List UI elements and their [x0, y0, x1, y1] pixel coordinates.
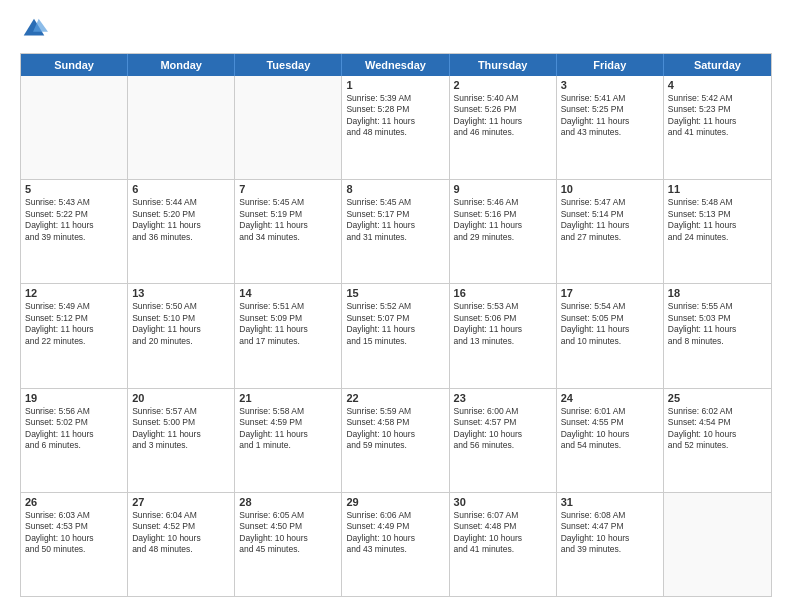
cell-line: and 8 minutes.: [668, 336, 767, 347]
cell-line: Daylight: 11 hours: [25, 324, 123, 335]
calendar-row: 26Sunrise: 6:03 AMSunset: 4:53 PMDayligh…: [21, 493, 771, 596]
day-number: 25: [668, 392, 767, 404]
cell-line: Sunrise: 5:41 AM: [561, 93, 659, 104]
calendar-cell: 18Sunrise: 5:55 AMSunset: 5:03 PMDayligh…: [664, 284, 771, 387]
calendar-row: 12Sunrise: 5:49 AMSunset: 5:12 PMDayligh…: [21, 284, 771, 388]
cell-line: Daylight: 10 hours: [561, 429, 659, 440]
cell-line: and 43 minutes.: [561, 127, 659, 138]
day-number: 1: [346, 79, 444, 91]
calendar-cell: 25Sunrise: 6:02 AMSunset: 4:54 PMDayligh…: [664, 389, 771, 492]
calendar-cell: 23Sunrise: 6:00 AMSunset: 4:57 PMDayligh…: [450, 389, 557, 492]
calendar-cell: 2Sunrise: 5:40 AMSunset: 5:26 PMDaylight…: [450, 76, 557, 179]
calendar-cell: 3Sunrise: 5:41 AMSunset: 5:25 PMDaylight…: [557, 76, 664, 179]
cell-line: Daylight: 11 hours: [346, 116, 444, 127]
day-number: 17: [561, 287, 659, 299]
cell-line: Sunset: 4:48 PM: [454, 521, 552, 532]
day-number: 24: [561, 392, 659, 404]
cell-line: and 52 minutes.: [668, 440, 767, 451]
cell-line: Sunrise: 6:03 AM: [25, 510, 123, 521]
cell-line: Sunrise: 5:55 AM: [668, 301, 767, 312]
cell-line: Sunrise: 6:04 AM: [132, 510, 230, 521]
logo: [20, 15, 52, 43]
cell-line: and 39 minutes.: [561, 544, 659, 555]
page: SundayMondayTuesdayWednesdayThursdayFrid…: [0, 0, 792, 612]
day-number: 3: [561, 79, 659, 91]
cell-line: Sunset: 5:14 PM: [561, 209, 659, 220]
cell-line: and 1 minute.: [239, 440, 337, 451]
cell-line: Sunrise: 5:47 AM: [561, 197, 659, 208]
cell-line: Sunrise: 5:58 AM: [239, 406, 337, 417]
cell-line: Sunrise: 6:08 AM: [561, 510, 659, 521]
cell-line: Sunrise: 5:40 AM: [454, 93, 552, 104]
cell-line: Sunset: 4:54 PM: [668, 417, 767, 428]
cell-line: Sunset: 4:47 PM: [561, 521, 659, 532]
day-number: 29: [346, 496, 444, 508]
weekday-header: Tuesday: [235, 54, 342, 76]
cell-line: Sunset: 5:26 PM: [454, 104, 552, 115]
calendar-cell: 21Sunrise: 5:58 AMSunset: 4:59 PMDayligh…: [235, 389, 342, 492]
cell-line: Sunset: 5:09 PM: [239, 313, 337, 324]
cell-line: Sunset: 4:58 PM: [346, 417, 444, 428]
cell-line: Daylight: 11 hours: [132, 429, 230, 440]
calendar-cell: 20Sunrise: 5:57 AMSunset: 5:00 PMDayligh…: [128, 389, 235, 492]
cell-line: Sunset: 5:22 PM: [25, 209, 123, 220]
day-number: 19: [25, 392, 123, 404]
day-number: 22: [346, 392, 444, 404]
cell-line: Sunrise: 5:44 AM: [132, 197, 230, 208]
cell-line: Daylight: 11 hours: [25, 220, 123, 231]
cell-line: Sunrise: 5:56 AM: [25, 406, 123, 417]
cell-line: and 46 minutes.: [454, 127, 552, 138]
calendar-cell: 30Sunrise: 6:07 AMSunset: 4:48 PMDayligh…: [450, 493, 557, 596]
cell-line: and 24 minutes.: [668, 232, 767, 243]
calendar-cell: 22Sunrise: 5:59 AMSunset: 4:58 PMDayligh…: [342, 389, 449, 492]
cell-line: Sunrise: 5:43 AM: [25, 197, 123, 208]
cell-line: Sunset: 5:07 PM: [346, 313, 444, 324]
cell-line: Sunset: 5:00 PM: [132, 417, 230, 428]
cell-line: Daylight: 11 hours: [454, 324, 552, 335]
cell-line: Daylight: 11 hours: [239, 220, 337, 231]
cell-line: Daylight: 11 hours: [454, 220, 552, 231]
calendar-row: 19Sunrise: 5:56 AMSunset: 5:02 PMDayligh…: [21, 389, 771, 493]
cell-line: Sunrise: 6:06 AM: [346, 510, 444, 521]
cell-line: and 45 minutes.: [239, 544, 337, 555]
cell-line: Daylight: 11 hours: [454, 116, 552, 127]
cell-line: Sunrise: 5:54 AM: [561, 301, 659, 312]
cell-line: Sunrise: 5:52 AM: [346, 301, 444, 312]
day-number: 12: [25, 287, 123, 299]
calendar-cell: [21, 76, 128, 179]
calendar-header: SundayMondayTuesdayWednesdayThursdayFrid…: [21, 54, 771, 76]
calendar-cell: 5Sunrise: 5:43 AMSunset: 5:22 PMDaylight…: [21, 180, 128, 283]
cell-line: and 39 minutes.: [25, 232, 123, 243]
cell-line: Sunrise: 5:49 AM: [25, 301, 123, 312]
cell-line: Sunset: 5:20 PM: [132, 209, 230, 220]
cell-line: Sunset: 4:49 PM: [346, 521, 444, 532]
day-number: 15: [346, 287, 444, 299]
cell-line: Sunrise: 5:51 AM: [239, 301, 337, 312]
calendar-cell: 1Sunrise: 5:39 AMSunset: 5:28 PMDaylight…: [342, 76, 449, 179]
cell-line: Sunrise: 5:53 AM: [454, 301, 552, 312]
cell-line: and 54 minutes.: [561, 440, 659, 451]
cell-line: Daylight: 10 hours: [25, 533, 123, 544]
calendar-cell: 26Sunrise: 6:03 AMSunset: 4:53 PMDayligh…: [21, 493, 128, 596]
weekday-header: Friday: [557, 54, 664, 76]
calendar-cell: 7Sunrise: 5:45 AMSunset: 5:19 PMDaylight…: [235, 180, 342, 283]
cell-line: Daylight: 10 hours: [132, 533, 230, 544]
cell-line: Sunrise: 5:50 AM: [132, 301, 230, 312]
cell-line: Sunrise: 5:48 AM: [668, 197, 767, 208]
day-number: 8: [346, 183, 444, 195]
cell-line: Sunset: 5:03 PM: [668, 313, 767, 324]
calendar-cell: 13Sunrise: 5:50 AMSunset: 5:10 PMDayligh…: [128, 284, 235, 387]
cell-line: Sunrise: 5:46 AM: [454, 197, 552, 208]
day-number: 31: [561, 496, 659, 508]
cell-line: Daylight: 10 hours: [454, 533, 552, 544]
cell-line: Sunrise: 5:45 AM: [239, 197, 337, 208]
day-number: 10: [561, 183, 659, 195]
cell-line: Daylight: 11 hours: [561, 116, 659, 127]
day-number: 27: [132, 496, 230, 508]
cell-line: Sunset: 4:52 PM: [132, 521, 230, 532]
cell-line: Sunset: 5:25 PM: [561, 104, 659, 115]
day-number: 13: [132, 287, 230, 299]
cell-line: and 22 minutes.: [25, 336, 123, 347]
day-number: 16: [454, 287, 552, 299]
cell-line: Sunset: 5:23 PM: [668, 104, 767, 115]
